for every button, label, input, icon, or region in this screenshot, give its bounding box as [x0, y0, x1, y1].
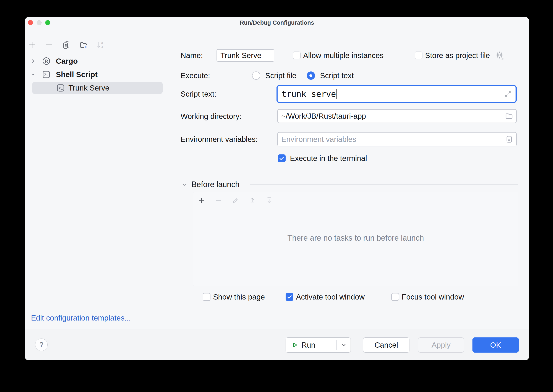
before-launch-toolbar [193, 192, 518, 208]
folder-icon [505, 112, 514, 121]
script-text-input[interactable]: trunk serve [276, 85, 517, 103]
check-icon [286, 294, 293, 300]
edit-task-button[interactable] [231, 196, 240, 205]
list-icon [505, 135, 514, 144]
edit-pencil-icon [231, 196, 240, 205]
cancel-button[interactable]: Cancel [363, 337, 409, 353]
add-task-button[interactable] [197, 196, 206, 205]
store-as-project-file-checkbox[interactable]: Store as project file [415, 51, 505, 60]
name-label: Name: [180, 51, 203, 60]
chevron-down-icon[interactable] [31, 73, 35, 76]
remove-configuration-button[interactable] [45, 41, 54, 49]
tree-item-shell-script[interactable]: Shell Script [25, 68, 171, 81]
copy-configuration-button[interactable] [62, 41, 71, 49]
checkbox-label: Store as project file [425, 51, 490, 60]
before-launch-panel: There are no tasks to run before launch [193, 192, 518, 286]
move-task-up-button[interactable] [248, 196, 256, 205]
checkbox-box[interactable] [415, 52, 422, 59]
execute-in-terminal-checkbox[interactable]: Execute in the terminal [278, 154, 367, 163]
window-title: Run/Debug Configurations [25, 20, 529, 26]
text-caret [337, 89, 337, 99]
add-icon [197, 196, 206, 205]
working-directory-field [277, 109, 517, 123]
chevron-right-icon[interactable] [31, 59, 35, 63]
terminal-icon [41, 70, 51, 79]
run-debug-configurations-dialog: Run/Debug Configurations [25, 17, 529, 360]
radio-label: Script file [265, 71, 297, 80]
checkbox-box[interactable] [203, 293, 210, 301]
allow-multiple-instances-checkbox[interactable]: Allow multiple instances [293, 51, 384, 60]
working-directory-label: Working directory: [180, 112, 242, 121]
add-configuration-button[interactable] [28, 41, 36, 49]
browse-folder-button[interactable] [505, 112, 514, 121]
cancel-button-label: Cancel [375, 341, 398, 349]
tree-item-label: Cargo [56, 57, 78, 65]
store-options-button[interactable] [495, 50, 505, 60]
sidebar-toolbar: a z [25, 35, 171, 54]
new-folder-button[interactable] [79, 41, 88, 49]
section-divider [250, 184, 518, 185]
tree-item-trunk-serve[interactable]: Trunk Serve [32, 82, 163, 94]
sort-configurations-button[interactable]: a z [96, 41, 105, 49]
check-icon [278, 155, 285, 161]
checkbox-box[interactable] [278, 154, 286, 162]
help-icon: ? [39, 341, 43, 349]
checkbox-box[interactable] [391, 293, 399, 301]
show-this-page-checkbox[interactable]: Show this page [203, 292, 265, 302]
remove-task-button[interactable] [214, 196, 223, 205]
configuration-form: Name: Allow multiple instances Store as … [171, 35, 529, 329]
checkbox-box[interactable] [293, 52, 301, 59]
copy-icon [62, 41, 71, 49]
new-folder-icon [79, 41, 88, 49]
checkbox-label: Allow multiple instances [303, 51, 384, 60]
move-task-down-button[interactable] [265, 196, 273, 205]
name-input[interactable] [216, 49, 274, 62]
screen: Run/Debug Configurations [0, 0, 553, 392]
help-button[interactable]: ? [35, 338, 48, 351]
script-file-radio[interactable] [252, 71, 260, 80]
radio-label: Script text [320, 71, 354, 80]
focus-tool-window-checkbox[interactable]: Focus tool window [391, 292, 464, 302]
sidebar: a z R Cargo [25, 35, 171, 329]
working-directory-input[interactable] [277, 109, 517, 123]
run-options-button[interactable] [341, 342, 347, 348]
apply-button-label: Apply [432, 341, 451, 349]
before-launch-title: Before launch [191, 180, 240, 189]
script-text-label: Script text: [180, 89, 216, 99]
move-down-icon [265, 196, 273, 205]
checkbox-label: Focus tool window [402, 293, 464, 301]
titlebar: Run/Debug Configurations [25, 17, 529, 35]
execute-radio-group: Script file Script text [252, 71, 354, 80]
terminal-icon [56, 83, 65, 93]
button-divider [337, 340, 337, 350]
apply-button[interactable]: Apply [418, 337, 464, 353]
play-icon [292, 342, 298, 348]
edit-variables-button[interactable] [505, 135, 514, 144]
remove-icon [45, 41, 54, 49]
checkbox-box[interactable] [286, 293, 293, 301]
ok-button-label: OK [490, 341, 501, 349]
execute-label: Execute: [180, 71, 210, 80]
sort-alpha-icon: a z [96, 41, 105, 49]
script-text-radio[interactable] [307, 71, 315, 80]
tree-item-label: Trunk Serve [69, 84, 109, 92]
ok-button[interactable]: OK [472, 337, 519, 353]
expand-field-button[interactable] [503, 90, 512, 98]
activate-tool-window-checkbox[interactable]: Activate tool window [286, 292, 365, 302]
expand-icon [503, 90, 512, 98]
tree-item-cargo[interactable]: R Cargo [25, 54, 171, 68]
tree-item-label: Shell Script [56, 70, 98, 79]
run-button-label: Run [301, 341, 315, 349]
environment-variables-input[interactable] [277, 132, 517, 147]
before-launch-header[interactable]: Before launch [182, 179, 240, 190]
checkbox-label: Activate tool window [296, 293, 365, 301]
edit-configuration-templates-link[interactable]: Edit configuration templates... [31, 314, 131, 322]
add-icon [28, 41, 36, 49]
move-up-icon [248, 196, 256, 205]
remove-icon [214, 196, 223, 205]
chevron-down-icon [341, 342, 347, 348]
environment-variables-field [277, 132, 517, 147]
before-launch-empty-message: There are no tasks to run before launch [193, 233, 518, 243]
run-button[interactable]: Run [286, 337, 351, 353]
chevron-down-icon [182, 183, 187, 186]
